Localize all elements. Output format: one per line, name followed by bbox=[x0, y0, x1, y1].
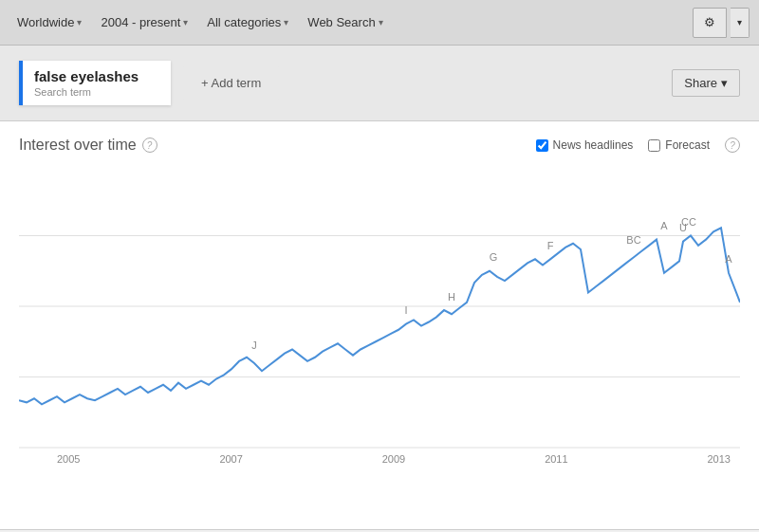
svg-text:F: F bbox=[547, 240, 554, 251]
chart-help-icon[interactable]: ? bbox=[142, 138, 157, 153]
timerange-chevron-icon: ▾ bbox=[183, 17, 188, 28]
search-type-chevron-icon: ▾ bbox=[379, 17, 383, 28]
x-label-2013: 2013 bbox=[708, 453, 731, 465]
svg-text:I: I bbox=[404, 304, 407, 316]
share-chevron-icon: ▾ bbox=[721, 76, 728, 90]
news-headlines-checkbox[interactable] bbox=[536, 139, 548, 152]
region-dropdown[interactable]: Worldwide ▾ bbox=[9, 10, 89, 34]
svg-text:BC: BC bbox=[626, 234, 640, 246]
search-term-bar: false eyelashes Search term + Add term S… bbox=[0, 46, 759, 121]
timerange-dropdown[interactable]: 2004 - present ▾ bbox=[93, 10, 195, 34]
news-headlines-option[interactable]: News headlines bbox=[536, 138, 634, 152]
x-label-2007: 2007 bbox=[219, 453, 242, 465]
chart-title-area: Interest over time ? bbox=[19, 137, 157, 154]
top-bar: Worldwide ▾ 2004 - present ▾ All categor… bbox=[0, 0, 759, 46]
search-type-dropdown[interactable]: Web Search ▾ bbox=[300, 10, 390, 34]
region-label: Worldwide bbox=[17, 15, 74, 29]
svg-text:CC: CC bbox=[681, 216, 696, 228]
forecast-help-icon[interactable]: ? bbox=[725, 138, 740, 153]
x-label-2005: 2005 bbox=[57, 453, 80, 465]
share-label: Share bbox=[684, 76, 717, 90]
share-button[interactable]: Share ▾ bbox=[672, 69, 740, 97]
settings-chevron-icon: ▾ bbox=[737, 17, 742, 28]
chart-container: J H G I F A U CC BC A 2005 2007 2009 201… bbox=[19, 165, 740, 487]
svg-text:A: A bbox=[725, 253, 732, 265]
timerange-label: 2004 - present bbox=[101, 15, 180, 29]
news-headlines-label: News headlines bbox=[553, 138, 634, 152]
main-content: Interest over time ? News headlines Fore… bbox=[0, 121, 759, 529]
svg-text:J: J bbox=[251, 339, 256, 351]
svg-text:A: A bbox=[660, 220, 668, 231]
forecast-checkbox[interactable] bbox=[648, 139, 660, 152]
settings-arrow-button[interactable]: ▾ bbox=[731, 8, 750, 38]
chart-options: News headlines Forecast ? bbox=[536, 138, 740, 153]
share-area: Share ▾ bbox=[672, 69, 740, 97]
add-term-button[interactable]: + Add term bbox=[182, 66, 280, 100]
search-term-box[interactable]: false eyelashes Search term bbox=[19, 61, 171, 105]
forecast-label: Forecast bbox=[665, 138, 710, 152]
region-chevron-icon: ▾ bbox=[77, 17, 82, 28]
search-type-label: Web Search bbox=[307, 15, 375, 29]
chart-header: Interest over time ? News headlines Fore… bbox=[19, 137, 740, 154]
x-label-2009: 2009 bbox=[382, 453, 405, 465]
trend-chart: J H G I F A U CC BC A bbox=[19, 165, 740, 449]
gear-icon: ⚙ bbox=[704, 15, 715, 29]
svg-text:G: G bbox=[490, 251, 498, 263]
forecast-option[interactable]: Forecast bbox=[648, 138, 710, 152]
categories-dropdown[interactable]: All categories ▾ bbox=[199, 10, 296, 34]
categories-chevron-icon: ▾ bbox=[284, 17, 288, 28]
x-label-2011: 2011 bbox=[545, 453, 567, 465]
search-term-sub: Search term bbox=[34, 86, 159, 98]
search-term-label: false eyelashes bbox=[34, 68, 159, 84]
x-axis-labels: 2005 2007 2009 2011 2013 bbox=[19, 449, 740, 465]
chart-title: Interest over time bbox=[19, 137, 137, 154]
settings-button[interactable]: ⚙ bbox=[693, 8, 727, 38]
svg-text:H: H bbox=[448, 291, 455, 303]
categories-label: All categories bbox=[207, 15, 281, 29]
